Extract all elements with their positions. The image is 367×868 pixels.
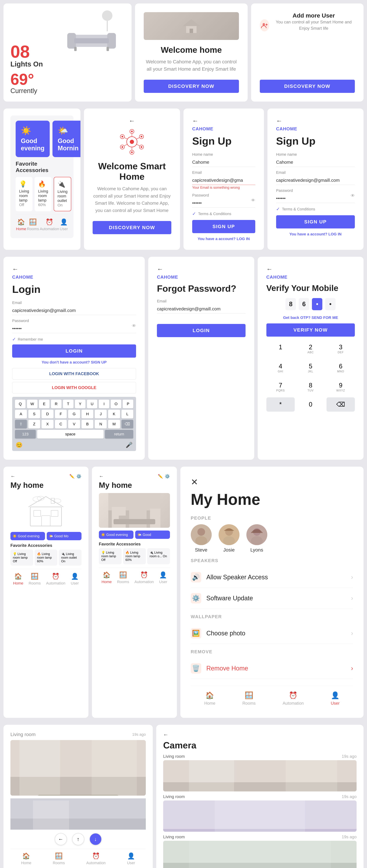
software-update-row[interactable]: ⚙️ Software Update › xyxy=(191,588,353,609)
key-w[interactable]: W xyxy=(27,400,37,408)
key-backspace[interactable]: ⌫ xyxy=(121,420,134,429)
key-s[interactable]: S xyxy=(28,410,40,418)
key-c[interactable]: C xyxy=(55,420,67,429)
numpad-star[interactable]: * xyxy=(266,397,295,412)
terms-label-2[interactable]: Terms & Conditions xyxy=(282,207,315,212)
signup-link-login[interactable]: SIGN UP xyxy=(91,360,107,364)
eye-icon-1[interactable]: 👁 xyxy=(251,198,255,203)
back-myhome2[interactable]: ← xyxy=(99,473,104,479)
nav-user[interactable]: 👤 User xyxy=(60,218,68,231)
back-camera[interactable]: ← xyxy=(163,732,357,738)
key-shift[interactable]: ⇧ xyxy=(15,420,27,429)
key-123[interactable]: 123 xyxy=(15,430,36,438)
send-for-me-link[interactable]: SEND FOR ME xyxy=(312,315,338,320)
home-name-input-2[interactable] xyxy=(276,158,355,167)
key-l[interactable]: L xyxy=(121,410,134,418)
nav-user-m2[interactable]: 👤User xyxy=(159,571,167,584)
key-z[interactable]: Z xyxy=(28,420,40,429)
numpad-3[interactable]: 3DEF xyxy=(327,340,355,358)
login-email-input[interactable] xyxy=(12,306,136,315)
key-t[interactable]: T xyxy=(63,400,74,408)
back-verify[interactable]: ← xyxy=(266,266,355,273)
key-e[interactable]: E xyxy=(39,400,50,408)
nav-rooms[interactable]: 🪟 Rooms xyxy=(27,218,39,231)
back-login[interactable]: ← xyxy=(12,266,136,273)
emoji-icon[interactable]: 😊 xyxy=(16,442,23,448)
discovery-now-button-2[interactable]: DISCOVERY NOW xyxy=(260,80,355,93)
nav-home-cam1[interactable]: 🏠Home xyxy=(21,852,31,865)
forgot-email-input[interactable] xyxy=(157,305,245,313)
key-p[interactable]: P xyxy=(123,400,133,408)
numpad-6[interactable]: 6MNO xyxy=(327,359,355,376)
key-return[interactable]: return xyxy=(105,430,133,438)
back-forgot[interactable]: ← xyxy=(157,266,245,273)
key-y[interactable]: Y xyxy=(75,400,85,408)
key-a[interactable]: A xyxy=(15,410,27,418)
key-f[interactable]: F xyxy=(55,410,67,418)
nav-automation-detail[interactable]: ⏰ Automation xyxy=(283,691,304,706)
key-r[interactable]: R xyxy=(51,400,61,408)
settings-icon-2[interactable]: ⚙️ xyxy=(165,474,170,479)
key-o[interactable]: O xyxy=(111,400,121,408)
home-name-input-1[interactable] xyxy=(192,158,255,167)
key-h[interactable]: H xyxy=(82,410,93,418)
nav-rooms-cam1[interactable]: 🪟Rooms xyxy=(53,852,65,865)
numpad-2[interactable]: 2ABC xyxy=(297,340,325,358)
email-input-1[interactable] xyxy=(192,176,255,185)
email-input-2[interactable] xyxy=(276,176,355,185)
edit-icon-1[interactable]: ✏️ xyxy=(69,474,75,479)
nav-home-m1[interactable]: 🏠Home xyxy=(13,573,23,586)
numpad-5[interactable]: 5JKL xyxy=(297,359,325,376)
nav-automation-m2[interactable]: ⏰Automation xyxy=(135,571,154,584)
key-n[interactable]: N xyxy=(95,420,107,429)
nav-automation-cam1[interactable]: ⏰Automation xyxy=(86,852,106,865)
key-k[interactable]: K xyxy=(108,410,120,418)
nav-automation[interactable]: ⏰ Automation xyxy=(40,218,59,231)
key-x[interactable]: X xyxy=(41,420,54,429)
nav-home-m2[interactable]: 🏠Home xyxy=(102,571,112,584)
wsh-discovery-button[interactable]: DISCOVERY NOW xyxy=(93,221,171,234)
key-d[interactable]: D xyxy=(41,410,54,418)
back-arrow-wsh[interactable]: ← xyxy=(129,117,135,124)
nav-automation-m1[interactable]: ⏰Automation xyxy=(46,573,65,586)
password-input-1[interactable] xyxy=(192,198,255,208)
nav-user-m1[interactable]: 👤User xyxy=(71,573,79,586)
remove-home-row[interactable]: 🗑️ Remove Home › xyxy=(191,658,353,679)
nav-rooms-m2[interactable]: 🪟Rooms xyxy=(117,571,129,584)
edit-icon-2[interactable]: ✏️ xyxy=(158,474,163,479)
back-myhome1[interactable]: ← xyxy=(10,473,15,479)
close-button[interactable]: ✕ xyxy=(191,477,353,487)
numpad-backspace[interactable]: ⌫ xyxy=(327,397,355,412)
key-q[interactable]: Q xyxy=(15,400,26,408)
forgot-login-button[interactable]: LOGIN xyxy=(157,324,245,337)
key-m[interactable]: M xyxy=(108,420,120,429)
numpad-9[interactable]: 9WXYZ xyxy=(327,378,355,396)
signup-button-2[interactable]: SIGN UP xyxy=(276,215,355,228)
login-link-2[interactable]: LOG IN xyxy=(329,232,342,236)
key-u[interactable]: U xyxy=(87,400,97,408)
back-signup2[interactable]: ← xyxy=(276,117,355,124)
eye-icon-login[interactable]: 👁 xyxy=(132,323,136,328)
discovery-now-button-1[interactable]: DISCOVERY NOW xyxy=(144,80,239,93)
key-g[interactable]: G xyxy=(68,410,80,418)
login-password-input[interactable] xyxy=(12,324,136,333)
nav-rooms-detail[interactable]: 🪟 Rooms xyxy=(243,691,256,706)
nav-user-detail[interactable]: 👤 User xyxy=(331,691,340,706)
nav-home[interactable]: 🏠 Home xyxy=(16,218,26,231)
allow-speaker-row[interactable]: 🔊 Allow Speaker Access › xyxy=(191,567,353,588)
key-i[interactable]: I xyxy=(99,400,109,408)
mic-icon[interactable]: 🎤 xyxy=(125,442,133,448)
numpad-4[interactable]: 4GHI xyxy=(266,359,295,376)
key-v[interactable]: V xyxy=(68,420,80,429)
choose-photo-row[interactable]: 🖼️ Choose photo › xyxy=(191,623,353,644)
google-login-button[interactable]: LOGIN WITH GOOGLE xyxy=(12,382,136,393)
back-signup1[interactable]: ← xyxy=(192,117,255,124)
numpad-1[interactable]: 1 xyxy=(266,340,295,358)
cam-btn-up[interactable]: ↑ xyxy=(72,833,84,845)
signup-button-1[interactable]: SIGN UP xyxy=(192,220,255,233)
login-link-1[interactable]: LOG IN xyxy=(237,237,250,241)
nav-rooms-m1[interactable]: 🪟Rooms xyxy=(29,573,41,586)
settings-icon-1[interactable]: ⚙️ xyxy=(76,474,82,479)
facebook-login-button[interactable]: LOGIN WITH FACEBOOK xyxy=(12,368,136,379)
numpad-8[interactable]: 8TUV xyxy=(297,378,325,396)
